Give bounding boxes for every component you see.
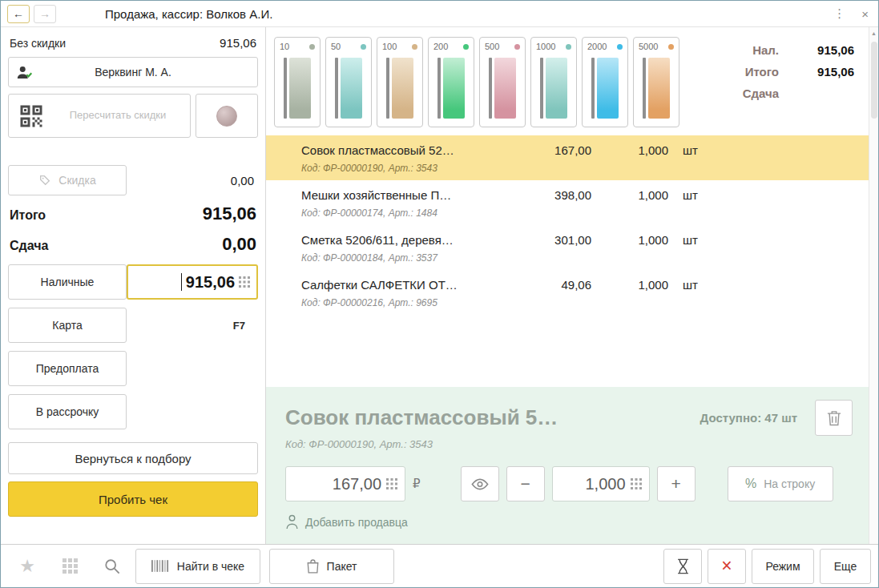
denomination-button[interactable]: 1000	[530, 37, 577, 127]
return-to-selection-button[interactable]: Вернуться к подбору	[8, 442, 258, 474]
denomination-button[interactable]: 2000	[582, 37, 628, 127]
item-unit: шт	[668, 188, 724, 202]
main-area: Без скидки 915,06 Верквинг М. А. Пересчи…	[1, 27, 878, 544]
change-row: Сдача 0,00	[8, 226, 258, 256]
more-button[interactable]: Еще	[820, 549, 871, 584]
cancel-x-icon: ×	[721, 555, 732, 577]
cash-amount-input[interactable]: 915,06	[127, 264, 258, 300]
page-title: Продажа, кассир: Волков А.И.	[105, 7, 272, 21]
back-button[interactable]: ←	[7, 5, 30, 23]
print-receipt-button[interactable]: Пробить чек	[8, 481, 258, 517]
discount-tag-icon	[38, 174, 51, 187]
total-label: Итого	[10, 208, 46, 223]
banknote-icon	[437, 58, 465, 119]
price-input[interactable]: 167,00	[285, 466, 405, 501]
numpad-icon[interactable]	[631, 478, 642, 489]
item-name: Мешки хозяйственные П…	[301, 188, 503, 202]
receipt-line[interactable]: Совок пластмассовый 52… 167,00 1,000 шт …	[266, 135, 869, 180]
banknote-icon	[643, 58, 670, 119]
receipt-line[interactable]: Салфетки САЛФЕТКИ ОТ… 49,06 1,000 шт Код…	[266, 270, 869, 315]
change-value: 0,00	[222, 234, 256, 255]
denomination-button[interactable]: 10	[274, 37, 321, 127]
receipt-line[interactable]: Мешки хозяйственные П… 398,00 1,000 шт К…	[266, 180, 869, 225]
denomination-button[interactable]: 500	[479, 37, 526, 127]
numpad-icon[interactable]	[386, 478, 397, 489]
item-unit: шт	[668, 278, 724, 292]
denomination-button[interactable]: 5000	[633, 37, 679, 127]
add-seller-link[interactable]: Добавить продавца	[285, 514, 408, 530]
line-detail-panel: Совок пластмассовый 5… Доступно: 47 шт К…	[266, 387, 869, 544]
star-icon: ★	[19, 556, 35, 577]
item-qty: 1,000	[591, 278, 668, 292]
increase-qty-button[interactable]: +	[657, 466, 696, 501]
customer-button[interactable]: Верквинг М. А.	[8, 57, 258, 87]
banknote-icon	[284, 58, 311, 119]
package-button[interactable]: Пакет	[269, 549, 394, 584]
search-button[interactable]	[93, 549, 131, 584]
package-bag-icon	[307, 558, 319, 574]
window-menu-icon[interactable]: ⋮	[833, 6, 845, 21]
installment-button[interactable]: В рассрочку	[8, 394, 127, 429]
quick-goods-button[interactable]	[50, 549, 89, 584]
delete-line-button[interactable]	[815, 400, 853, 436]
cash-amount-value: 915,06	[186, 273, 235, 292]
no-discount-value: 915,06	[220, 36, 256, 50]
receipt-lines: Совок пластмассовый 52… 167,00 1,000 шт …	[266, 135, 869, 387]
scroll-up-icon[interactable]: ▲	[871, 30, 877, 38]
eye-icon	[471, 478, 489, 490]
minus-icon: −	[520, 474, 530, 493]
postpone-receipt-button[interactable]	[663, 549, 702, 584]
denomination-button[interactable]: 50	[325, 37, 372, 127]
prepayment-button[interactable]: Предоплата	[8, 351, 127, 386]
vertical-scrollbar[interactable]: ▲	[869, 27, 878, 544]
text-caret	[181, 273, 182, 291]
denomination-button[interactable]: 200	[428, 37, 474, 127]
denomination-value: 100	[382, 42, 397, 51]
quantity-input[interactable]: 1,000	[552, 466, 650, 501]
banknote-icon	[591, 58, 619, 119]
detail-item-title: Совок пластмассовый 5…	[285, 405, 689, 430]
denominations-row: 10 50	[266, 27, 869, 132]
numpad-icon[interactable]	[239, 276, 250, 288]
customer-name: Верквинг М. А.	[95, 66, 171, 79]
banknote-icon	[540, 58, 567, 119]
detail-item-code: Код: ФР-00000190, Арт.: 3543	[285, 438, 853, 450]
no-discount-row: Без скидки 915,06	[8, 34, 258, 57]
back-icon: ←	[13, 7, 24, 20]
pos-window: ← → Продажа, кассир: Волков А.И. ⋮ × Без…	[0, 0, 879, 588]
banknote-icon	[489, 58, 516, 119]
cancel-receipt-button[interactable]: ×	[708, 549, 746, 584]
mode-button[interactable]: Режим	[752, 549, 814, 584]
recalc-row: Пересчитать скидки	[8, 94, 258, 138]
item-price: 49,06	[503, 278, 591, 292]
summary-label: Нал.	[721, 43, 779, 57]
window-close-icon[interactable]: ×	[861, 7, 869, 21]
item-qty: 1,000	[591, 188, 668, 202]
recalc-discounts-button[interactable]: Пересчитать скидки	[8, 94, 191, 138]
total-value: 915,06	[203, 203, 256, 224]
plus-icon: +	[671, 474, 680, 493]
cash-button[interactable]: Наличные	[8, 264, 127, 300]
discount-value: 0,00	[231, 174, 258, 187]
view-item-button[interactable]	[461, 466, 499, 501]
package-label: Пакет	[327, 560, 357, 573]
total-row: Итого 915,06	[8, 195, 258, 226]
banknote-icon	[386, 58, 413, 119]
bonus-coin-button[interactable]	[196, 94, 258, 138]
favorites-button[interactable]: ★	[8, 549, 46, 584]
line-discount-label: На строку	[764, 477, 815, 490]
discount-button[interactable]: Скидка	[8, 165, 127, 195]
forward-button[interactable]: →	[34, 5, 56, 23]
find-in-receipt-button[interactable]: Найти в чеке	[135, 549, 260, 584]
item-price: 301,00	[503, 233, 591, 247]
line-controls: 167,00 ₽ − 1,000	[285, 466, 853, 501]
card-button[interactable]: Карта	[8, 308, 127, 343]
scrollbar-thumb[interactable]	[871, 42, 877, 119]
item-qty: 1,000	[591, 233, 668, 247]
decrease-qty-button[interactable]: −	[506, 466, 545, 501]
receipt-line[interactable]: Сметка 5206/611, деревя… 301,00 1,000 шт…	[266, 225, 869, 270]
coin-icon	[216, 106, 237, 127]
denomination-value: 50	[331, 42, 341, 51]
denomination-button[interactable]: 100	[377, 37, 423, 127]
line-discount-button[interactable]: % На строку	[728, 466, 833, 501]
